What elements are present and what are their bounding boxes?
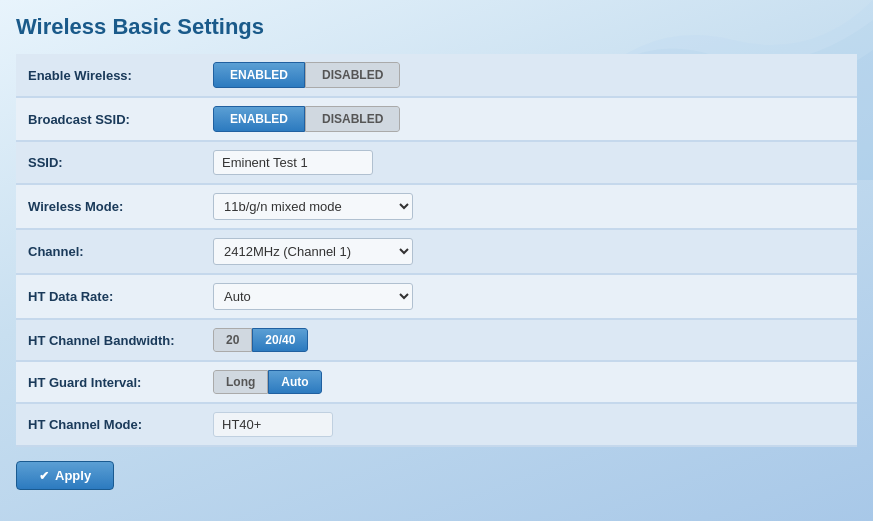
enable-wireless-toggle: ENABLED DISABLED [213, 62, 400, 88]
apply-button[interactable]: ✔ Apply [16, 461, 114, 490]
ht-channel-bandwidth-toggle: 20 20/40 [213, 328, 308, 352]
enable-wireless-disabled-btn[interactable]: DISABLED [305, 62, 400, 88]
ht-guard-interval-value: Long Auto [201, 361, 857, 403]
bw-20-btn[interactable]: 20 [213, 328, 252, 352]
ht-data-rate-label: HT Data Rate: [16, 274, 201, 319]
wireless-mode-label: Wireless Mode: [16, 184, 201, 229]
ht-data-rate-select[interactable]: Auto MCS0 MCS1 MCS2 [213, 283, 413, 310]
ht-channel-bandwidth-row: HT Channel Bandwidth: 20 20/40 [16, 319, 857, 361]
enable-wireless-label: Enable Wireless: [16, 54, 201, 97]
broadcast-ssid-toggle: ENABLED DISABLED [213, 106, 400, 132]
broadcast-ssid-row: Broadcast SSID: ENABLED DISABLED [16, 97, 857, 141]
broadcast-ssid-enabled-btn[interactable]: ENABLED [213, 106, 305, 132]
channel-value: 2412MHz (Channel 1) 2417MHz (Channel 2) … [201, 229, 857, 274]
apply-label: Apply [55, 468, 91, 483]
ssid-label: SSID: [16, 141, 201, 184]
ht-data-rate-row: HT Data Rate: Auto MCS0 MCS1 MCS2 [16, 274, 857, 319]
wireless-mode-row: Wireless Mode: 11b/g/n mixed mode 11b on… [16, 184, 857, 229]
ssid-input[interactable] [213, 150, 373, 175]
wireless-mode-value: 11b/g/n mixed mode 11b only 11g only 11n… [201, 184, 857, 229]
wireless-mode-select[interactable]: 11b/g/n mixed mode 11b only 11g only 11n… [213, 193, 413, 220]
enable-wireless-enabled-btn[interactable]: ENABLED [213, 62, 305, 88]
settings-table: Enable Wireless: ENABLED DISABLED Broadc… [16, 54, 857, 447]
enable-wireless-row: Enable Wireless: ENABLED DISABLED [16, 54, 857, 97]
channel-label: Channel: [16, 229, 201, 274]
ht-data-rate-value: Auto MCS0 MCS1 MCS2 [201, 274, 857, 319]
ht-guard-interval-row: HT Guard Interval: Long Auto [16, 361, 857, 403]
gi-long-btn[interactable]: Long [213, 370, 268, 394]
checkmark-icon: ✔ [39, 469, 49, 483]
ssid-row: SSID: [16, 141, 857, 184]
ht-channel-bandwidth-value: 20 20/40 [201, 319, 857, 361]
channel-row: Channel: 2412MHz (Channel 1) 2417MHz (Ch… [16, 229, 857, 274]
page-wrapper: Wireless Basic Settings Enable Wireless:… [0, 0, 873, 521]
broadcast-ssid-disabled-btn[interactable]: DISABLED [305, 106, 400, 132]
ssid-value [201, 141, 857, 184]
gi-auto-btn[interactable]: Auto [268, 370, 321, 394]
channel-select[interactable]: 2412MHz (Channel 1) 2417MHz (Channel 2) … [213, 238, 413, 265]
ht-channel-mode-label: HT Channel Mode: [16, 403, 201, 446]
bw-2040-btn[interactable]: 20/40 [252, 328, 308, 352]
ht-channel-bandwidth-label: HT Channel Bandwidth: [16, 319, 201, 361]
ht-channel-mode-display: HT40+ [213, 412, 333, 437]
ht-channel-mode-row: HT Channel Mode: HT40+ [16, 403, 857, 446]
ht-channel-mode-value: HT40+ [201, 403, 857, 446]
enable-wireless-value: ENABLED DISABLED [201, 54, 857, 97]
ht-guard-interval-toggle: Long Auto [213, 370, 322, 394]
broadcast-ssid-value: ENABLED DISABLED [201, 97, 857, 141]
page-title: Wireless Basic Settings [16, 14, 857, 40]
broadcast-ssid-label: Broadcast SSID: [16, 97, 201, 141]
ht-guard-interval-label: HT Guard Interval: [16, 361, 201, 403]
